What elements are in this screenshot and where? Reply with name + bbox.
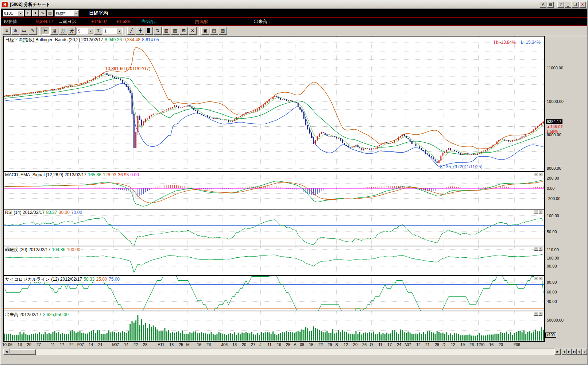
clear-all-button[interactable]: ✕ [189, 27, 197, 35]
current-price-badge: 9384.17 [546, 119, 562, 124]
layout-button[interactable]: ▤ [547, 2, 554, 8]
time-axis-label: O [370, 342, 373, 347]
time-axis-label: J [259, 342, 262, 347]
grid-toggle-button[interactable]: ▦ [171, 27, 179, 35]
time-axis-label: 10 [2, 342, 7, 347]
quote-bar: 現在値： 9,384.17 →前日比： +146.07 +1.58% 売気配： … [1, 17, 587, 26]
register-button[interactable]: ♦ [32, 10, 39, 16]
bar-style-button[interactable]: ▊ [145, 27, 153, 35]
period-weekly-button[interactable]: 週 [50, 27, 58, 35]
horizontal-scrollbar[interactable]: ◀ ▶ [3, 349, 561, 355]
session-volume-label: 出来高： [254, 19, 271, 25]
jump-latest-button[interactable]: ▶| [572, 349, 577, 355]
time-axis-label: 28 [435, 342, 439, 347]
scale-arrows-button[interactable]: ⇅ [154, 27, 162, 35]
panel-minimize-button[interactable]: − [534, 247, 538, 251]
volume-toggle-button[interactable]: ▥ [162, 27, 170, 35]
help-button[interactable]: ? [557, 2, 564, 8]
eraser-button[interactable]: ⊠ [180, 27, 188, 35]
chart-nav-buttons: ◀▶▶|⊕⊖ [562, 349, 587, 355]
zoom-button[interactable]: ⊕ [11, 27, 19, 35]
axis-label-kairi: 90.00 [547, 264, 557, 268]
period-daily-button[interactable]: 日 [42, 27, 50, 35]
rsi-panel: RSI (14) 2012/02/17 83.37 30.00 70.00−× [4, 210, 544, 246]
time-axis-label: 06 [223, 342, 228, 347]
jump-back-button[interactable]: ↵ [25, 10, 31, 16]
time-axis-label: 20 [353, 342, 357, 347]
panel-close-button[interactable]: × [538, 247, 542, 251]
time-axis-label: 14 [89, 342, 93, 347]
minimize-button[interactable]: _ [565, 2, 571, 8]
vol-panel-header: 出来高 2012/02/17 2,625,950.00 [5, 312, 69, 318]
time-axis-label: 28 [143, 342, 147, 347]
step-forward-button[interactable]: ▶ [567, 349, 572, 355]
dropdown-arrow-icon[interactable]: ▼ [18, 10, 23, 16]
period-monthly-button[interactable]: 月 [59, 27, 67, 35]
chart-memo-button[interactable]: ✎ [29, 27, 37, 35]
scroll-left-button[interactable]: ◀ [3, 349, 9, 355]
axis-label-macd: 200.00 [547, 176, 559, 180]
candlestick-style-button[interactable]: ╋ [136, 27, 144, 35]
time-axis-label: 12 [451, 342, 455, 347]
axis-label-macd: -200.00 [547, 196, 560, 201]
scrollbar-track[interactable] [9, 349, 554, 355]
bar-param-combobox[interactable]: 1 ▼ [103, 28, 123, 34]
indicator-settings-button[interactable]: ≡ [3, 27, 11, 35]
time-axis-label: 24 [69, 342, 74, 347]
axis-label-main: 8000.00 [547, 166, 561, 170]
rsi-panel-header: RSI (14) 2012/02/17 83.37 30.00 70.00 [5, 210, 82, 215]
dropdown-arrow-icon[interactable]: ▼ [117, 28, 122, 34]
time-axis-label: 21 [98, 342, 102, 347]
dropdown-arrow-icon[interactable]: ▼ [88, 28, 93, 34]
bid-label: 買気配： [195, 19, 212, 25]
panel-close-button[interactable]: × [538, 172, 542, 176]
panel-window-buttons: −× [534, 210, 542, 214]
scrollbar-thumb[interactable] [9, 349, 36, 355]
export-button[interactable]: ▤ [210, 27, 218, 35]
time-axis-label: 27 [251, 342, 255, 347]
font-size-button[interactable]: A [540, 2, 546, 8]
dropdown-arrow-icon[interactable]: ▼ [73, 10, 79, 16]
panel-close-button[interactable]: × [538, 210, 542, 214]
list-button[interactable]: ▤ [47, 10, 53, 16]
symbol-code-combobox[interactable]: 0101 ▼ [3, 10, 24, 16]
scroll-right-button[interactable]: ▶ [554, 349, 561, 355]
period-button-group: 日週月分 [42, 27, 76, 35]
axis-label-main: 11000.00 [547, 66, 563, 70]
minute-interval-combobox[interactable]: 5 ▼ [77, 28, 93, 34]
panel-minimize-button[interactable]: − [534, 276, 538, 280]
time-axis-label: 26 [362, 342, 367, 347]
time-axis-label: 11 [51, 342, 55, 347]
time-axis-label: 22 [134, 342, 138, 347]
axis-label-macd: 0.00 [547, 186, 554, 191]
symbol-category-combobox[interactable]: 指数* ▼ [54, 10, 79, 16]
axis-label-rsi: 100.00 [547, 214, 559, 218]
copy-button[interactable]: ▧ [219, 27, 227, 35]
chart-region: 日経平均(指数) Bollinger_Bands (20,2) 2012/02/… [1, 36, 587, 355]
trendline-button[interactable]: ╱ [127, 27, 135, 35]
panel-minimize-button[interactable]: − [534, 210, 538, 214]
panel-window-buttons: −× [534, 247, 542, 251]
time-axis-label: 14 [124, 342, 128, 347]
time-axis-label: 27 [36, 342, 41, 347]
new-chart-button[interactable]: ▭ [20, 27, 28, 35]
period-minute-button[interactable]: 分 [68, 27, 76, 35]
panel-close-button[interactable]: × [538, 276, 542, 280]
close-button[interactable]: ✕ [579, 2, 586, 8]
text-tool-button[interactable]: T [94, 27, 102, 35]
restore-button[interactable]: ❐ [572, 2, 579, 8]
memo-button[interactable]: ✎ [39, 10, 46, 16]
axis-label-kairi: 110.00 [547, 247, 559, 252]
rsi-chart-canvas [4, 210, 544, 246]
time-axis-label: 11 [160, 342, 164, 347]
high-annotation: 10,891.60 (2011/02/17) [105, 66, 151, 71]
print-button[interactable]: ▣ [201, 27, 209, 35]
step-back-button[interactable]: ◀ [562, 349, 566, 355]
panel-minimize-button[interactable]: − [534, 172, 538, 176]
panel-minimize-button[interactable]: − [534, 312, 538, 316]
kairi-chart-canvas [4, 246, 544, 275]
price-change-badge: ▲146.07 [546, 124, 563, 129]
panel-close-button[interactable]: × [538, 312, 542, 316]
zoom-in-button[interactable]: ⊕ [577, 349, 582, 355]
zoom-out-button[interactable]: ⊖ [582, 349, 587, 355]
